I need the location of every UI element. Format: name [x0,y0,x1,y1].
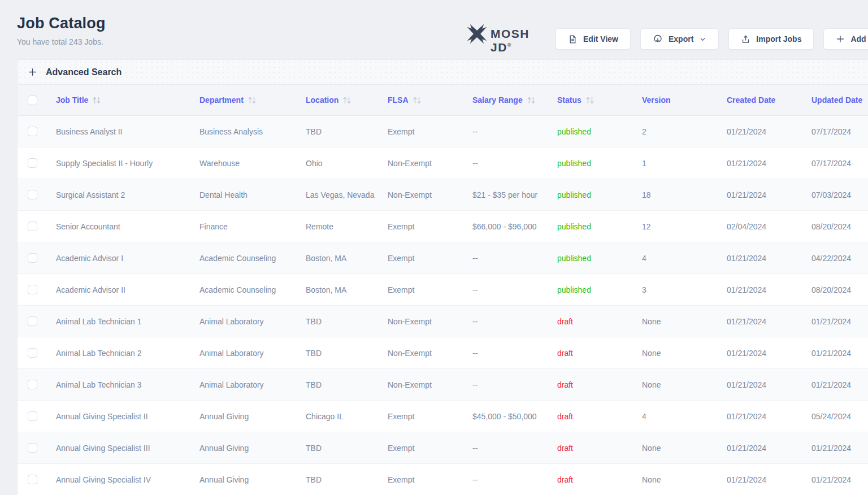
column-header-version: Version [642,95,727,105]
row-checkbox[interactable] [28,475,37,484]
cell-flsa: Non-Exempt [388,317,472,326]
cell-department: Animal Laboratory [199,380,306,389]
row-checkbox-cell [18,348,56,358]
cell-salary-range: -- [472,127,557,136]
table-row[interactable]: Animal Lab Technician 2Animal Laboratory… [18,337,868,369]
row-checkbox-cell [18,380,56,389]
column-header-updated-date: Updated Date [811,95,868,105]
cell-created-date: 01/21/2024 [727,254,811,263]
column-header-label: Status [557,95,581,105]
table-row[interactable]: Annual Giving Specialist IVAnnual Giving… [18,464,868,495]
cell-version: 3 [642,285,727,294]
table-row[interactable]: Annual Giving Specialist IIIAnnual Givin… [18,432,868,464]
cell-updated-date: 07/17/2024 [811,159,868,168]
advanced-search-toggle[interactable]: Advanced Search [17,59,868,85]
cell-created-date: 01/21/2024 [727,380,811,389]
cell-created-date: 01/21/2024 [727,285,811,294]
cell-version: 2 [642,127,727,136]
cell-salary-range: -- [472,254,557,263]
cell-status: draft [557,475,642,484]
mosh-jd-logo: MOSH JD® [467,24,530,54]
cell-job-title: Animal Lab Technician 1 [56,317,199,326]
import-jobs-button[interactable]: Import Jobs [728,28,814,50]
column-header-status[interactable]: Status [557,95,642,105]
cell-department: Academic Counseling [199,285,306,294]
sort-icon [92,96,102,105]
document-icon [568,34,578,44]
row-checkbox[interactable] [28,158,37,168]
row-checkbox-cell [18,190,56,199]
row-checkbox[interactable] [28,316,37,326]
row-checkbox-cell [18,411,56,421]
cell-location: Chicago IL [306,412,388,421]
cell-status: published [557,127,642,136]
row-checkbox[interactable] [28,285,37,294]
cell-flsa: Non-Exempt [388,190,472,199]
column-header-location[interactable]: Location [306,95,388,105]
cell-job-title: Surgical Assistant 2 [56,190,199,199]
cell-location: Boston, MA [306,285,388,294]
row-checkbox[interactable] [28,443,37,453]
page-header: Job Catalog You have total 243 Jobs. MOS… [0,0,868,59]
cell-job-title: Academic Advisor II [56,285,199,294]
column-header-job-title[interactable]: Job Title [56,95,199,105]
table-row[interactable]: Business Analyst IIBusiness AnalysisTBDE… [18,116,868,147]
row-checkbox[interactable] [28,380,37,389]
column-header-flsa[interactable]: FLSA [388,95,472,105]
row-checkbox[interactable] [28,190,37,199]
row-checkbox[interactable] [28,411,37,421]
cell-department: Annual Giving [199,444,306,453]
chevron-down-icon [699,36,706,43]
table-row[interactable]: Academic Advisor IIAcademic CounselingBo… [18,274,868,306]
export-button[interactable]: Export [640,28,719,50]
row-checkbox[interactable] [28,127,37,136]
cell-version: None [642,475,727,484]
cell-flsa: Non-Exempt [388,380,472,389]
table-row[interactable]: Animal Lab Technician 3Animal Laboratory… [18,369,868,401]
row-checkbox-cell [18,285,56,294]
cell-department: Academic Counseling [199,254,306,263]
cell-location: TBD [306,444,388,453]
cell-location: TBD [306,380,388,389]
row-checkbox[interactable] [28,348,37,358]
cell-created-date: 01/21/2024 [727,317,811,326]
edit-view-label: Edit View [583,34,618,44]
cell-job-title: Business Analyst II [56,127,199,136]
table-row[interactable]: Supply Specialist II - HourlyWarehouseOh… [18,147,868,179]
cell-department: Business Analysis [199,127,306,136]
cell-updated-date: 04/22/2024 [811,254,868,263]
cell-status: published [557,159,642,168]
cell-status: draft [557,444,642,453]
row-checkbox[interactable] [28,222,37,231]
table-header-row: Job TitleDepartmentLocationFLSASalary Ra… [18,85,868,116]
cell-updated-date: 05/24/2024 [811,412,868,421]
add-new-button[interactable]: Add New [823,28,868,50]
table-row[interactable]: Annual Giving Specialist IIAnnual Giving… [18,401,868,432]
cell-updated-date: 07/03/2024 [811,190,868,199]
cell-version: None [642,380,727,389]
cell-location: TBD [306,475,388,484]
select-all-checkbox[interactable] [28,95,37,105]
cell-job-title: Animal Lab Technician 3 [56,380,199,389]
cell-version: 4 [642,412,727,421]
cell-flsa: Non-Exempt [388,159,472,168]
row-checkbox[interactable] [28,253,37,263]
cell-department: Warehouse [199,159,306,168]
table-row[interactable]: Animal Lab Technician 1Animal Laboratory… [18,306,868,337]
table-row[interactable]: Academic Advisor IAcademic CounselingBos… [18,242,868,274]
row-checkbox-cell [18,158,56,168]
cell-salary-range: -- [472,380,557,389]
column-header-salary-range[interactable]: Salary Range [472,95,557,105]
page-title: Job Catalog [17,15,106,32]
edit-view-button[interactable]: Edit View [555,28,631,50]
logo-text: MOSH JD® [491,27,530,54]
cell-version: None [642,317,727,326]
table-row[interactable]: Senior AccountantFinanceRemoteExempt$66,… [18,211,868,242]
row-checkbox-cell [18,475,56,484]
cell-department: Annual Giving [199,475,306,484]
table-row[interactable]: Surgical Assistant 2Dental HealthLas Veg… [18,179,868,211]
cell-location: TBD [306,349,388,358]
cell-salary-range: -- [472,349,557,358]
column-header-department[interactable]: Department [199,95,306,105]
cell-status: draft [557,317,642,326]
